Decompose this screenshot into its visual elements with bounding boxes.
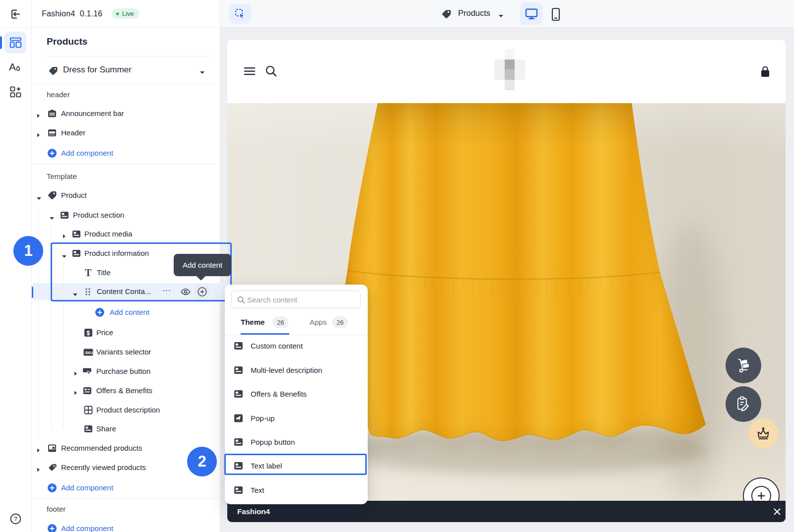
svg-text:?: ?	[14, 515, 17, 523]
svg-text:A: A	[9, 61, 16, 72]
svg-text:SKU: SKU	[85, 351, 93, 355]
svg-text:$: $	[87, 330, 90, 337]
